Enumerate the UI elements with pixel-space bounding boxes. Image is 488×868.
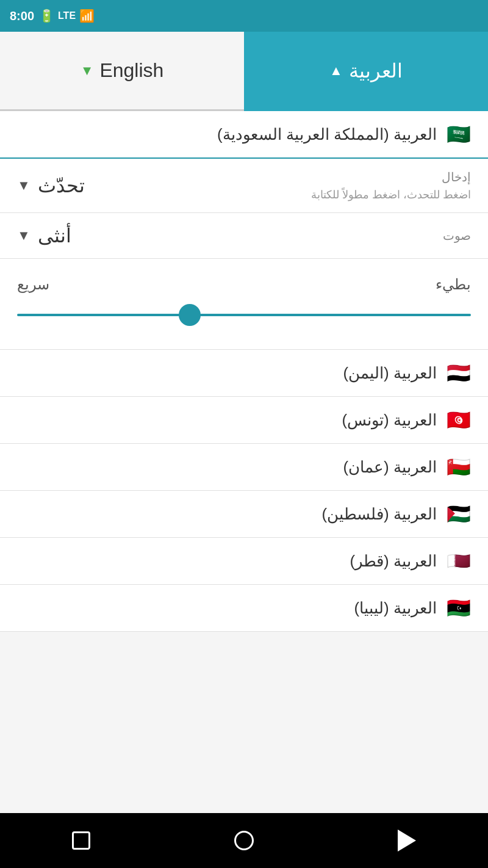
signal-icon: 📶 (79, 9, 95, 23)
lang-item-text-libya: العربية (ليبيا) (354, 599, 437, 618)
lang-item-text-oman: العربية (عمان) (343, 458, 437, 477)
triangle-icon (398, 830, 416, 852)
input-section[interactable]: ▼ تحدّث إدخال اضغط للتحدث، اضغط مطولاً ل… (0, 159, 488, 213)
tab-bar: ▼ English ▲ العربية (0, 32, 488, 111)
bottom-nav (0, 813, 488, 868)
list-item[interactable]: العربية (ليبيا) 🇱🇾 (0, 585, 488, 632)
english-arrow-icon: ▼ (81, 63, 94, 79)
lang-item-text-tunisia: العربية (تونس) (342, 411, 437, 430)
input-label: إدخال (442, 170, 471, 184)
lte-icon: LTE (58, 10, 76, 21)
speed-fast-label: سريع (17, 276, 49, 293)
selected-language-text: العربية (المملكة العربية السعودية) (217, 125, 437, 144)
slider-thumb[interactable] (179, 304, 201, 326)
voice-label: صوت (443, 228, 471, 243)
slider-labels: سريع بطيء (17, 276, 471, 293)
lang-flag-palestine: 🇵🇸 (447, 504, 471, 524)
input-section-left: ▼ تحدّث (17, 174, 85, 197)
voice-section-left: ▼ أنثى (17, 224, 71, 247)
nav-home-button[interactable] (226, 822, 262, 859)
main-content: العربية (المملكة العربية السعودية) 🇸🇦 ▼ … (0, 111, 488, 632)
input-sub-text: اضغط للتحدث، اضغط مطولاً للكتابة (311, 188, 471, 201)
lang-item-text-qatar: العربية (قطر) (350, 552, 437, 571)
voice-section-right: صوت (443, 228, 471, 243)
arabic-arrow-icon: ▲ (329, 63, 343, 79)
list-item[interactable]: العربية (فلسطين) 🇵🇸 (0, 491, 488, 538)
voice-section[interactable]: ▼ أنثى صوت (0, 213, 488, 259)
selected-language-flag: 🇸🇦 (447, 125, 471, 144)
lang-flag-tunisia: 🇹🇳 (447, 410, 471, 430)
speed-slider-section: سريع بطيء (0, 259, 488, 350)
tab-english-label: English (99, 59, 163, 82)
lang-flag-libya: 🇱🇾 (447, 598, 471, 618)
slider-track (17, 314, 471, 316)
battery-icon: 🔋 (39, 9, 54, 23)
input-main-text: تحدّث (38, 174, 85, 197)
square-icon (72, 831, 90, 850)
selected-language-row[interactable]: العربية (المملكة العربية السعودية) 🇸🇦 (0, 111, 488, 159)
lang-item-text-yemen: العربية (اليمن) (343, 364, 437, 383)
voice-main-text: أنثى (38, 224, 71, 247)
status-bar: 8:00 🔋 LTE 📶 (0, 0, 488, 32)
tab-arabic-label: العربية (349, 59, 403, 82)
list-item[interactable]: العربية (تونس) 🇹🇳 (0, 397, 488, 444)
list-item[interactable]: العربية (قطر) 🇶🇦 (0, 538, 488, 585)
circle-icon (234, 831, 254, 850)
lang-flag-yemen: 🇾🇪 (447, 363, 471, 383)
list-item[interactable]: العربية (اليمن) 🇾🇪 (0, 350, 488, 397)
lang-flag-qatar: 🇶🇦 (447, 551, 471, 571)
voice-chevron-icon: ▼ (17, 228, 30, 244)
speed-slider[interactable] (17, 303, 471, 327)
status-icons: 🔋 LTE 📶 (39, 9, 95, 23)
nav-back-button[interactable] (63, 822, 99, 859)
input-section-right: إدخال اضغط للتحدث، اضغط مطولاً للكتابة (311, 170, 471, 201)
status-time: 8:00 (10, 9, 34, 23)
input-chevron-icon: ▼ (17, 178, 30, 193)
tab-arabic[interactable]: ▲ العربية (244, 32, 488, 111)
tab-english[interactable]: ▼ English (0, 32, 244, 111)
lang-flag-oman: 🇴🇲 (447, 457, 471, 477)
list-item[interactable]: العربية (عمان) 🇴🇲 (0, 444, 488, 491)
lang-item-text-palestine: العربية (فلسطين) (321, 505, 437, 524)
speed-slow-label: بطيء (436, 276, 471, 293)
nav-recent-button[interactable] (389, 822, 425, 859)
